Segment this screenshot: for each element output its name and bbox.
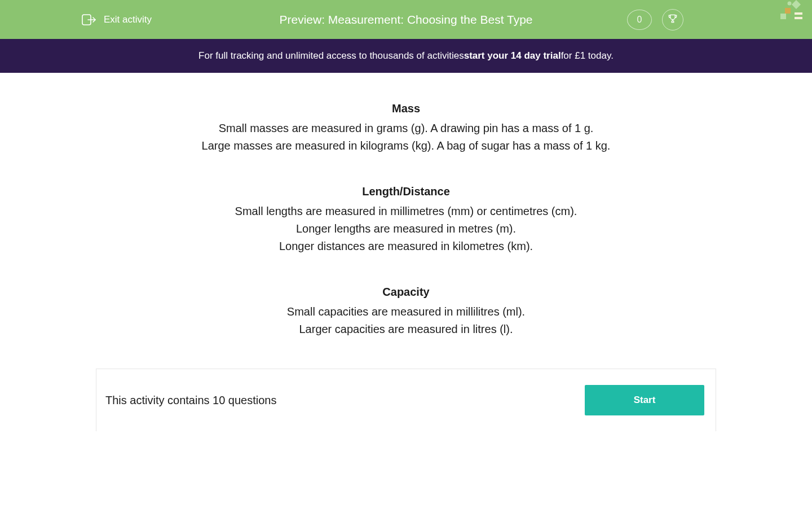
exit-activity-button[interactable]: Exit activity [81,13,152,27]
score-counter: 0 [627,10,652,30]
activity-action-bar: This activity contains 10 questions Star… [96,369,716,431]
section-title: Mass [0,102,812,115]
promo-banner[interactable]: For full tracking and unlimited access t… [0,39,812,73]
exit-activity-label: Exit activity [104,14,152,25]
svg-point-1 [788,2,792,6]
page-title: Preview: Measurement: Choosing the Best … [279,13,532,27]
header-decoration-icon [773,0,812,28]
trophy-button[interactable] [662,9,683,30]
section-text-line: Longer lengths are measured in metres (m… [0,220,812,238]
content-section: MassSmall masses are measured in grams (… [0,102,812,155]
svg-rect-4 [795,12,802,15]
start-button[interactable]: Start [585,385,704,415]
content-area: MassSmall masses are measured in grams (… [0,73,812,431]
promo-prefix: For full tracking and unlimited access t… [198,50,464,62]
svg-rect-3 [780,14,786,19]
svg-rect-5 [795,17,802,19]
section-text-line: Larger capacities are measured in litres… [0,321,812,338]
section-text-line: Small capacities are measured in millili… [0,303,812,321]
section-text-line: Small masses are measured in grams (g). … [0,120,812,137]
section-title: Capacity [0,286,812,299]
trophy-icon [667,13,678,27]
content-section: Length/DistanceSmall lengths are measure… [0,185,812,255]
promo-suffix: for £1 today. [561,50,614,62]
section-title: Length/Distance [0,185,812,198]
section-text-line: Small lengths are measured in millimetre… [0,203,812,220]
header-right-controls: 0 [627,9,683,30]
question-count-label: This activity contains 10 questions [105,394,277,407]
header-bar: Exit activity Preview: Measurement: Choo… [0,0,812,39]
section-text-line: Longer distances are measured in kilomet… [0,238,812,255]
content-section: CapacitySmall capacities are measured in… [0,286,812,338]
promo-bold: start your 14 day trial [464,50,561,62]
section-text-line: Large masses are measured in kilograms (… [0,137,812,155]
svg-rect-2 [785,8,791,14]
exit-icon [81,13,97,27]
